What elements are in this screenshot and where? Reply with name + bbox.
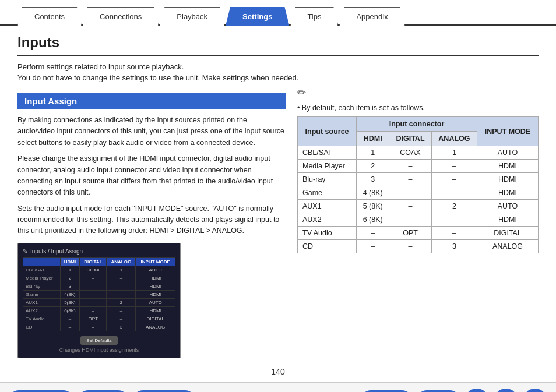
set-defaults-btn[interactable]: Set Defaults — [80, 336, 118, 345]
cell-source: CD — [298, 240, 357, 253]
cell-source: AUX2 — [298, 213, 357, 227]
set-defaults-area: Set Defaults — [23, 335, 175, 345]
cell-source: Blu-ray — [298, 173, 357, 186]
cell-digital: – — [389, 186, 432, 200]
cell-mode: HDMI — [477, 186, 539, 200]
cell-analog: 2 — [431, 200, 477, 213]
cell-hdmi: – — [357, 240, 389, 253]
cell-source: AUX1 — [298, 200, 357, 213]
cell-mode: DIGITAL — [477, 227, 539, 240]
cell-hdmi: 6 (8K) — [357, 213, 389, 227]
prev-button[interactable]: ← — [494, 389, 518, 392]
body-text-3: Sets the audio input mode for each "INPU… — [17, 203, 286, 237]
section-heading: Input Assign — [17, 93, 286, 109]
cell-digital: OPT — [389, 227, 432, 240]
cell-analog: – — [431, 160, 477, 173]
col-group-input-connector: Input connector — [357, 117, 477, 132]
cell-analog: 3 — [431, 240, 477, 253]
table-row: AUX1 5 (8K) – 2 AUTO — [298, 200, 539, 213]
cell-digital: – — [389, 240, 432, 253]
cell-digital: COAX — [389, 146, 432, 160]
cell-source: TV Audio — [298, 227, 357, 240]
table-row: AUX2 6 (8K) – – HDMI — [298, 213, 539, 227]
cell-source: Game — [298, 186, 357, 200]
cell-mode: HDMI — [477, 173, 539, 186]
col-input-source: Input source — [298, 117, 357, 146]
cell-hdmi: – — [357, 227, 389, 240]
screenshot-title: ✎ Inputs / Input Assign — [23, 248, 175, 255]
table-row: Game 4 (8K) – – HDMI — [298, 186, 539, 200]
page-title: Inputs — [17, 34, 539, 56]
cell-mode: HDMI — [477, 160, 539, 173]
left-column: Input Assign By making connections as in… — [17, 85, 286, 358]
col-analog: ANALOG — [431, 132, 477, 146]
cell-source: CBL/SAT — [298, 146, 357, 160]
body-text-2: Please change the assignment of the HDMI… — [17, 153, 286, 199]
cell-analog: – — [431, 213, 477, 227]
table-row: TV Audio – OPT – DIGITAL — [298, 227, 539, 240]
bullet-text: By default, each item is set as follows. — [302, 104, 425, 112]
cell-hdmi: 2 — [357, 160, 389, 173]
main-content: Inputs Perform settings related to input… — [0, 26, 556, 364]
ui-screenshot: ✎ Inputs / Input Assign HDMI DIGITAL ANA… — [17, 243, 181, 358]
bottom-nav-right: Remote Index ⌂ ← → — [361, 389, 547, 392]
cell-source: Media Player — [298, 160, 357, 173]
pencil-icon: ✏ — [297, 86, 306, 99]
cell-hdmi: 3 — [357, 173, 389, 186]
cell-analog: – — [431, 227, 477, 240]
table-row: Media Player 2 – – HDMI — [298, 160, 539, 173]
cell-hdmi: 1 — [357, 146, 389, 160]
cell-hdmi: 5 (8K) — [357, 200, 389, 213]
bullet-symbol: • — [297, 104, 302, 112]
nav-tabs: Contents Connections Playback Settings T… — [0, 0, 556, 26]
tab-tips[interactable]: Tips — [290, 7, 338, 26]
cell-mode: ANALOG — [477, 240, 539, 253]
screenshot-note: Changes HDMI input assignments — [23, 347, 175, 353]
screenshot-table: HDMI DIGITAL ANALOG INPUT MODE CBL/SAT1C… — [23, 257, 175, 331]
cell-mode: HDMI — [477, 213, 539, 227]
tab-settings[interactable]: Settings — [226, 7, 289, 26]
tab-connections[interactable]: Connections — [83, 7, 159, 26]
note-area: ✏ — [297, 85, 539, 99]
cell-analog: – — [431, 173, 477, 186]
description-2: You do not have to change the settings t… — [17, 73, 539, 82]
two-col-layout: Input Assign By making connections as in… — [17, 85, 539, 358]
tab-playback[interactable]: Playback — [160, 7, 224, 26]
col-hdmi: HDMI — [357, 132, 389, 146]
tab-contents[interactable]: Contents — [17, 7, 82, 26]
tab-appendix[interactable]: Appendix — [339, 7, 404, 26]
right-column: ✏ • By default, each item is set as foll… — [297, 85, 539, 358]
cell-digital: – — [389, 200, 432, 213]
input-table: Input source Input connector INPUT MODE … — [297, 116, 539, 253]
page-number-value: 140 — [271, 367, 284, 376]
body-text-1: By making connections as indicated by th… — [17, 115, 286, 149]
cell-digital: – — [389, 213, 432, 227]
cell-digital: – — [389, 160, 432, 173]
cell-analog: – — [431, 186, 477, 200]
table-row: CBL/SAT 1 COAX 1 AUTO — [298, 146, 539, 160]
next-button[interactable]: → — [523, 389, 547, 392]
bullet-note: • By default, each item is set as follow… — [297, 104, 539, 112]
page-number: 140 — [0, 364, 556, 379]
table-row: Blu-ray 3 – – HDMI — [298, 173, 539, 186]
cell-mode: AUTO — [477, 146, 539, 160]
table-row: CD – – 3 ANALOG — [298, 240, 539, 253]
cell-analog: 1 — [431, 146, 477, 160]
description-1: Perform settings related to input source… — [17, 62, 539, 71]
col-input-mode: INPUT MODE — [477, 117, 539, 146]
home-button[interactable]: ⌂ — [464, 389, 489, 392]
cell-hdmi: 4 (8K) — [357, 186, 389, 200]
bottom-nav: Front panel Display Rear panel Remote In… — [0, 382, 556, 392]
col-digital: DIGITAL — [389, 132, 432, 146]
cell-digital: – — [389, 173, 432, 186]
cell-mode: AUTO — [477, 200, 539, 213]
